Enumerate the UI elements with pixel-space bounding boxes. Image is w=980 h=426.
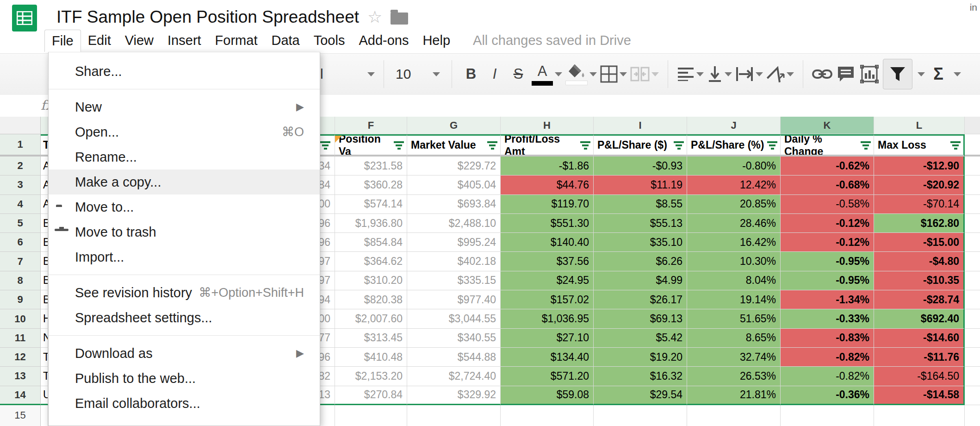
column-header-k[interactable]: K: [781, 117, 874, 134]
cell-I6[interactable]: $35.10: [594, 233, 687, 252]
menu-view[interactable]: View: [118, 30, 161, 51]
column-header-i[interactable]: I: [594, 117, 687, 134]
cell-K3[interactable]: -0.68%: [781, 175, 874, 194]
cell-J9[interactable]: 19.14%: [687, 290, 781, 309]
cell-H3[interactable]: $44.76: [501, 175, 594, 194]
filter-icon[interactable]: [487, 141, 497, 150]
folder-icon[interactable]: [391, 13, 408, 25]
cell-J6[interactable]: 16.42%: [687, 233, 781, 252]
cell-J4[interactable]: 20.85%: [687, 195, 781, 214]
cell-H6[interactable]: $140.40: [501, 233, 594, 252]
cell-G12[interactable]: $544.88: [407, 348, 501, 367]
row-number[interactable]: 2: [0, 157, 41, 175]
row-number[interactable]: 7: [0, 252, 41, 271]
cell-A8[interactable]: B: [41, 271, 48, 290]
cell-G15[interactable]: [407, 405, 501, 426]
cell-H8[interactable]: $24.95: [501, 271, 594, 290]
cell-E11[interactable]: .77: [320, 329, 335, 348]
insert-link-button[interactable]: [812, 60, 832, 88]
cell-A9[interactable]: B: [41, 290, 48, 309]
cell-E8[interactable]: .97: [320, 271, 335, 290]
menu-insert[interactable]: Insert: [161, 30, 208, 51]
cell-I1[interactable]: P&L/Share ($): [594, 134, 687, 157]
cell-L13[interactable]: -$164.50: [874, 367, 965, 386]
cell-H14[interactable]: $59.08: [501, 386, 594, 405]
cell-I15[interactable]: [594, 405, 687, 426]
cell-J8[interactable]: 8.04%: [687, 271, 781, 290]
cell-E3[interactable]: .84: [320, 175, 335, 194]
cell-G6[interactable]: $995.24: [407, 233, 501, 252]
file-menu-item-make-a-copy[interactable]: Make a copy...: [49, 169, 320, 194]
cell-M10[interactable]: [965, 309, 980, 328]
cell-F12[interactable]: $410.48: [335, 348, 407, 367]
cell-L9[interactable]: -$28.74: [874, 290, 965, 309]
cell-I7[interactable]: $6.26: [594, 252, 687, 271]
cell-J3[interactable]: 12.42%: [687, 175, 781, 194]
cell-F11[interactable]: $313.45: [335, 329, 407, 348]
cell-H2[interactable]: -$1.86: [501, 157, 594, 175]
cell-A7[interactable]: B: [41, 252, 48, 271]
cell-I14[interactable]: $29.54: [594, 386, 687, 405]
cell-A1[interactable]: T: [41, 134, 48, 157]
cell-L8[interactable]: -$10.35: [874, 271, 965, 290]
cell-A3[interactable]: A: [41, 175, 48, 194]
cell-A12[interactable]: T: [41, 348, 48, 367]
cell-L10[interactable]: $692.40: [874, 309, 965, 328]
cell-A6[interactable]: B: [41, 233, 48, 252]
cell-K9[interactable]: -1.34%: [781, 290, 874, 309]
menu-format[interactable]: Format: [208, 30, 265, 51]
row-number[interactable]: 1: [0, 134, 41, 157]
cell-M14[interactable]: [965, 386, 980, 405]
cell-G14[interactable]: $329.92: [407, 386, 501, 405]
cell-F2[interactable]: $231.58: [335, 157, 407, 175]
cell-F1[interactable]: Position Va: [335, 134, 407, 157]
file-menu-item-rename[interactable]: Rename...: [49, 144, 320, 169]
row-number[interactable]: 14: [0, 386, 41, 405]
cell-E9[interactable]: .94: [320, 290, 335, 309]
cell-I12[interactable]: $19.20: [594, 348, 687, 367]
strikethrough-button[interactable]: S: [508, 60, 528, 88]
file-menu-item-move-to[interactable]: Move to...: [49, 194, 320, 219]
cell-I10[interactable]: $69.13: [594, 309, 687, 328]
menu-tools[interactable]: Tools: [307, 30, 352, 51]
cell-L1[interactable]: Max Loss: [874, 134, 965, 157]
cell-F10[interactable]: $2,007.60: [335, 309, 407, 328]
row-number[interactable]: 11: [0, 329, 41, 348]
file-menu-item-open[interactable]: Open...⌘O: [49, 119, 320, 144]
row-number[interactable]: 3: [0, 175, 41, 194]
cell-G4[interactable]: $693.84: [407, 195, 501, 214]
cell-J1[interactable]: P&L/Share (%): [687, 134, 781, 157]
column-header-j[interactable]: J: [687, 117, 781, 134]
cell-G11[interactable]: $340.55: [407, 329, 501, 348]
cell-K11[interactable]: -0.83%: [781, 329, 874, 348]
file-menu-item-share[interactable]: Share...: [49, 59, 320, 84]
cell-H5[interactable]: $551.30: [501, 214, 594, 233]
cell-E12[interactable]: .96: [320, 348, 335, 367]
cell-H1[interactable]: Profit/Loss Amt: [501, 134, 594, 157]
cell-G8[interactable]: $335.15: [407, 271, 501, 290]
row-number[interactable]: 10: [0, 309, 41, 328]
cell-H13[interactable]: $571.20: [501, 367, 594, 386]
cell-M9[interactable]: [965, 290, 980, 309]
cell-K2[interactable]: -0.62%: [781, 157, 874, 175]
cell-F9[interactable]: $820.38: [335, 290, 407, 309]
filter-icon[interactable]: [767, 141, 777, 150]
text-color-button[interactable]: A: [532, 60, 562, 88]
filter-button[interactable]: [883, 59, 912, 89]
cell-K6[interactable]: -0.12%: [781, 233, 874, 252]
cell-J15[interactable]: [687, 405, 781, 426]
cell-J7[interactable]: 10.30%: [687, 252, 781, 271]
insert-comment-button[interactable]: [836, 60, 856, 88]
cell-A14[interactable]: U: [41, 386, 48, 405]
cell-M3[interactable]: [965, 175, 980, 194]
cell-F6[interactable]: $854.84: [335, 233, 407, 252]
filter-icon[interactable]: [950, 141, 961, 150]
file-menu-item-move-to-trash[interactable]: Move to trash: [49, 219, 320, 244]
column-header-a-sliver[interactable]: [41, 117, 48, 134]
cell-F13[interactable]: $2,153.20: [335, 367, 407, 386]
row-number[interactable]: 12: [0, 348, 41, 367]
cell-I9[interactable]: $26.17: [594, 290, 687, 309]
cell-K14[interactable]: -0.36%: [781, 386, 874, 405]
cell-M12[interactable]: [965, 348, 980, 367]
italic-button[interactable]: I: [484, 60, 505, 88]
